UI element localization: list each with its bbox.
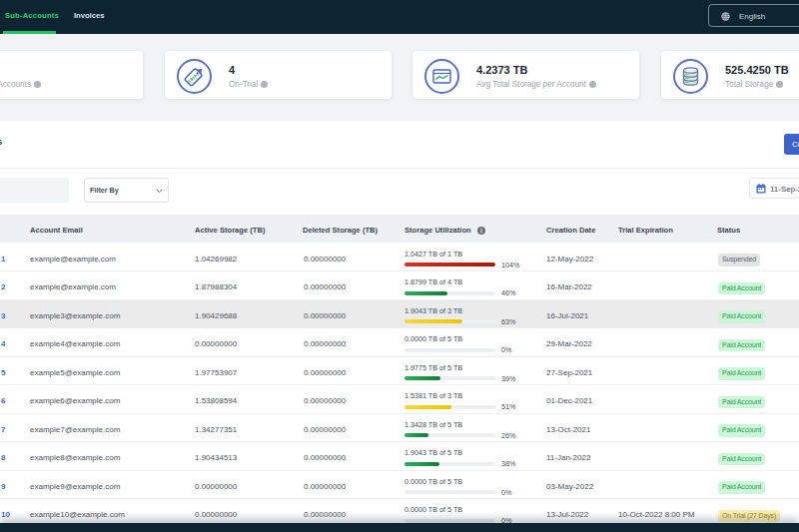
svg-text:TRIAL: TRIAL	[187, 71, 200, 84]
